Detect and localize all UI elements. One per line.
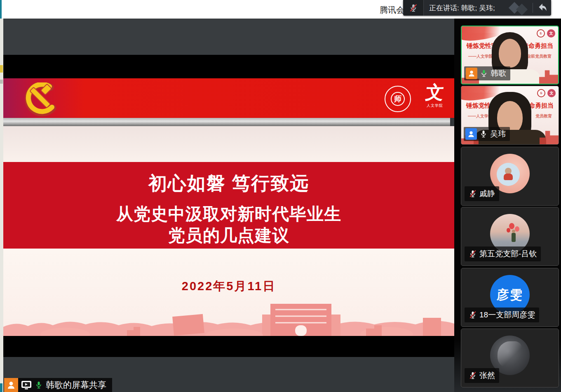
member-badge-icon bbox=[465, 128, 477, 140]
mic-muted-icon bbox=[469, 310, 477, 319]
host-badge-icon bbox=[466, 68, 477, 79]
participant-name: 吴玮 bbox=[490, 129, 506, 139]
desktop-sliver bbox=[0, 19, 3, 392]
slide-background-upper bbox=[3, 126, 454, 162]
participant-name: 韩歌 bbox=[491, 68, 506, 79]
party-emblem-icon bbox=[19, 82, 62, 117]
divider bbox=[533, 3, 533, 13]
participant-name: 张然 bbox=[479, 370, 495, 381]
participant-tile[interactable]: 戚静 bbox=[461, 147, 559, 206]
speaking-overlay-bar[interactable]: 正在讲话: 韩歌; 吴玮; bbox=[403, 0, 551, 16]
slide-letterbox-top bbox=[3, 55, 454, 78]
screen-share-status: 韩歌的屏幕共享 bbox=[4, 378, 112, 392]
participant-name: 18一支部周彦雯 bbox=[479, 310, 535, 320]
college-logo-icon: 文 人文学院 bbox=[421, 83, 448, 116]
slide-date: 2022年5月11日 bbox=[3, 278, 454, 295]
slide-header-band: 师 文 人文学院 bbox=[3, 78, 454, 118]
now-speaking-label: 正在讲话: 韩歌; 吴玮; bbox=[424, 0, 509, 16]
desktop-edge-accent bbox=[0, 0, 2, 19]
participant-tile[interactable]: ① 文 锤炼党性守 使命勇担当 ——人文学院 业班党员教育 bbox=[461, 26, 559, 85]
participant-tile[interactable]: 张然 bbox=[461, 329, 559, 387]
participant-name: 第五党支部-吕钦 bbox=[479, 249, 537, 259]
muted-mic-icon[interactable] bbox=[403, 0, 424, 16]
slide-background-lower: 2022年5月11日 bbox=[3, 249, 454, 336]
mic-muted-icon bbox=[469, 249, 477, 258]
desktop-fragment bbox=[0, 383, 2, 392]
desktop-fragment bbox=[0, 80, 3, 84]
participant-tile[interactable]: 第五党支部-吕钦 bbox=[461, 207, 559, 266]
slide-title: 初心如磐 笃行致远 bbox=[148, 171, 310, 196]
screen-share-icon bbox=[21, 380, 32, 390]
participant-tile[interactable]: 彦雯 18一支部周彦雯 bbox=[461, 268, 559, 327]
seal-icon: 文 bbox=[547, 29, 555, 38]
mic-on-icon bbox=[479, 129, 488, 138]
meeting-window: 腾讯会 正在讲话: 韩歌; 吴玮; bbox=[0, 0, 561, 392]
annotation-tool-icon[interactable] bbox=[509, 0, 530, 16]
slide-subtitle-line1: 从党史中汲取对新时代毕业生 bbox=[116, 203, 341, 225]
screen-share-view: 师 文 人文学院 初心如磐 笃行致远 从党史中汲取对新时代毕业生 党员的几点建议… bbox=[3, 19, 454, 392]
mic-muted-icon bbox=[469, 189, 477, 198]
campus-skyline-illustration bbox=[3, 300, 454, 336]
presenter-backdrop-top bbox=[3, 19, 454, 55]
participant-tile[interactable]: ① 文 锤炼党性守 命勇担当 ——人文学院 党员教育 bbox=[461, 86, 559, 145]
undo-arrow-icon[interactable] bbox=[535, 2, 548, 14]
screen-share-label: 韩歌的屏幕共享 bbox=[46, 379, 106, 391]
window-title: 腾讯会 bbox=[380, 5, 404, 16]
slide-divider-bar bbox=[3, 118, 450, 126]
desktop-fragment bbox=[0, 65, 3, 73]
slide-letterbox-bottom bbox=[3, 336, 454, 357]
participants-sidebar: ① 文 锤炼党性守 使命勇担当 ——人文学院 业班党员教育 bbox=[454, 19, 561, 392]
university-seal-icon: 师 bbox=[385, 86, 411, 112]
participant-name: 戚静 bbox=[479, 188, 495, 199]
host-badge-icon bbox=[4, 378, 18, 392]
mic-muted-icon bbox=[469, 371, 477, 380]
seal-icon: 文 bbox=[547, 89, 556, 97]
slide-title-band: 初心如磐 笃行致远 从党史中汲取对新时代毕业生 党员的几点建议 bbox=[3, 162, 454, 249]
mic-on-icon bbox=[35, 380, 43, 390]
mic-speaking-icon bbox=[480, 69, 488, 78]
slide-subtitle-line2: 党员的几点建议 bbox=[168, 225, 289, 246]
